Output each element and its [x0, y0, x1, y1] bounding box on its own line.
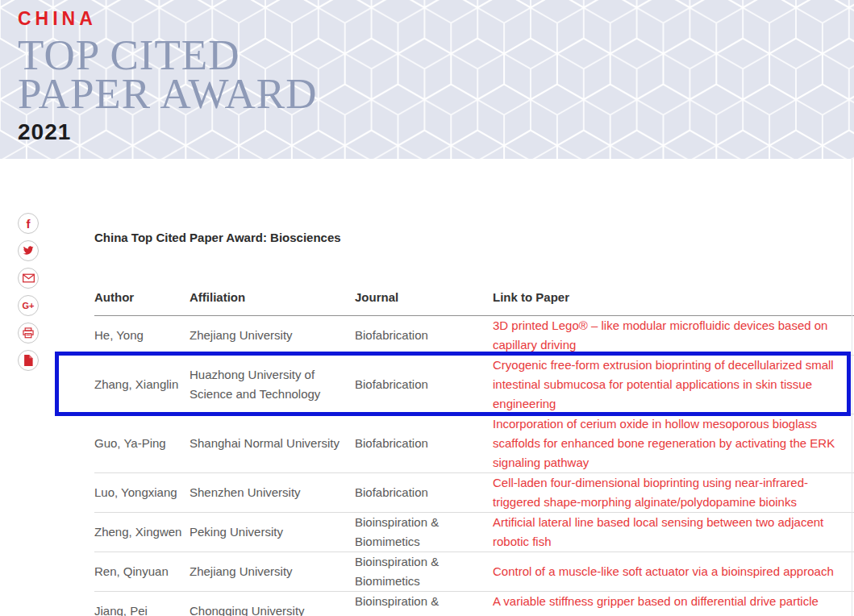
facebook-share-button[interactable]: f: [18, 213, 39, 234]
journal-cell: Bioinspiration & Biomimetics: [355, 552, 493, 591]
section-title: China Top Cited Paper Award: Biosciences: [94, 231, 854, 244]
main-content: China Top Cited Paper Award: Biosciences…: [94, 231, 854, 616]
author-cell: Luo, Yongxiang: [94, 483, 190, 502]
column-header-journal: Journal: [355, 288, 493, 307]
paper-link[interactable]: A variable stiffness gripper based on di…: [493, 594, 819, 616]
author-cell: Ren, Qinyuan: [94, 562, 190, 581]
table-row: Jiang, Pei Chongqing University Bioinspi…: [94, 592, 854, 616]
journal-cell: Biofabrication: [355, 326, 493, 345]
email-icon: [23, 273, 35, 283]
column-header-link: Link to Paper: [493, 288, 854, 307]
affiliation-cell: Zhejiang University: [190, 562, 355, 581]
affiliation-cell: Chongqing University: [190, 601, 355, 616]
paper-link[interactable]: Artificial lateral line based local sens…: [493, 515, 823, 548]
affiliation-cell: Shenzhen University: [190, 483, 355, 502]
papers-table-body: He, Yong Zhejiang University Biofabricat…: [94, 316, 854, 616]
document-icon: [23, 355, 33, 366]
journal-cell: Bioinspiration & Biomimetics: [355, 592, 493, 616]
google-plus-share-button[interactable]: G+: [18, 295, 39, 316]
paper-link[interactable]: Incorporation of cerium oxide in hollow …: [493, 417, 835, 469]
affiliation-cell: Shanghai Normal University: [190, 434, 355, 453]
author-cell: He, Yong: [94, 326, 190, 345]
journal-cell: Biofabrication: [355, 375, 493, 394]
papers-table: Author Affiliation Journal Link to Paper…: [94, 285, 854, 616]
author-cell: Zhang, Xianglin: [94, 375, 190, 394]
twitter-icon: [23, 246, 34, 256]
paper-link[interactable]: Cryogenic free-form extrusion bioprintin…: [493, 358, 834, 410]
affiliation-cell: Zhejiang University: [190, 326, 355, 345]
email-share-button[interactable]: [18, 268, 39, 289]
journal-cell: Biofabrication: [355, 483, 493, 502]
twitter-share-button[interactable]: [18, 240, 39, 261]
journal-cell: Biofabrication: [355, 434, 493, 453]
document-button[interactable]: [18, 350, 39, 371]
award-title: TOP CITED PAPER AWARD: [18, 35, 318, 113]
column-header-affiliation: Affiliation: [190, 288, 355, 307]
journal-cell: Bioinspiration & Biomimetics: [355, 513, 493, 551]
table-row: Ren, Qinyuan Zhejiang University Bioinsp…: [94, 552, 854, 592]
table-row: Zheng, Xingwen Peking University Bioinsp…: [94, 513, 854, 552]
table-row-highlighted: Zhang, Xianglin Huazhong University of S…: [94, 356, 854, 414]
print-button[interactable]: [18, 323, 39, 343]
author-cell: Jiang, Pei: [94, 601, 190, 616]
google-plus-icon: G+: [23, 302, 35, 310]
paper-link[interactable]: 3D printed Lego® – like modular microflu…: [493, 318, 827, 352]
paper-link[interactable]: Cell-laden four-dimensional bioprinting …: [493, 476, 808, 509]
author-cell: Zheng, Xingwen: [94, 522, 190, 542]
award-title-line1: TOP CITED: [18, 35, 318, 74]
facebook-icon: f: [27, 218, 31, 230]
award-title-line2: PAPER AWARD: [18, 74, 318, 113]
social-share-rail: f G+: [18, 213, 39, 371]
affiliation-cell: Peking University: [190, 522, 355, 542]
table-row: Guo, Ya-Ping Shanghai Normal University …: [94, 414, 854, 473]
column-header-author: Author: [94, 288, 190, 307]
award-banner: CHINA TOP CITED PAPER AWARD 2021: [0, 0, 854, 159]
printer-icon: [23, 327, 34, 339]
table-row: He, Yong Zhejiang University Biofabricat…: [94, 316, 854, 356]
table-row: Luo, Yongxiang Shenzhen University Biofa…: [94, 473, 854, 513]
author-cell: Guo, Ya-Ping: [94, 434, 190, 453]
affiliation-cell: Huazhong University of Science and Techn…: [190, 365, 355, 404]
papers-table-header: Author Affiliation Journal Link to Paper: [94, 285, 854, 316]
award-year: 2021: [18, 119, 318, 145]
paper-link[interactable]: Control of a muscle-like soft actuator v…: [493, 564, 834, 578]
brand-china: CHINA: [18, 8, 318, 30]
